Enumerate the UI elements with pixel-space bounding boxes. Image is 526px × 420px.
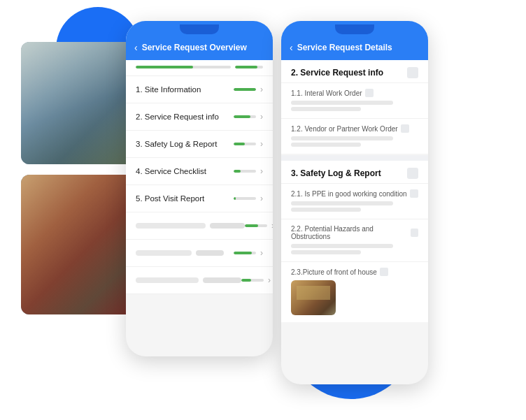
mini-progress-fill-1	[234, 88, 256, 91]
detail-item-2-3-text: 2.3.Picture of front of house	[291, 268, 377, 276]
placeholder-bar-1a	[136, 223, 206, 229]
menu-item-2-progress	[234, 115, 256, 118]
detail-section-3-title: 3. Safety Log & Report	[291, 168, 418, 179]
menu-item-1[interactable]: 1. Site Information ›	[126, 76, 273, 103]
detail-section-3: 3. Safety Log & Report 2.1. Is PPE in go…	[281, 161, 428, 322]
placeholder-bar-3b	[203, 277, 241, 283]
top-mini-progress-fill	[235, 66, 257, 68]
phones-container: ‹ Service Request Overview 1. Site Infor…	[126, 21, 428, 384]
mini-progress-fill-p3	[241, 279, 251, 282]
menu-list: 1. Site Information › 2. Service Request…	[126, 76, 273, 294]
detail-item-1-2-label: 1.2. Vendor or Partner Work Order	[291, 124, 418, 133]
mini-progress-fill-p1	[245, 224, 258, 227]
mini-progress-fill-5	[234, 197, 236, 200]
detail-item-2-2-bar-sm	[291, 250, 361, 254]
detail-item-2-3-badge	[380, 268, 388, 276]
menu-item-1-progress	[234, 88, 256, 91]
placeholder-progress-3	[241, 279, 264, 282]
menu-item-5-progress	[234, 197, 256, 200]
back-icon-right[interactable]: ‹	[290, 42, 293, 53]
detail-item-1-1[interactable]: 1.1. Interal Work Order	[281, 82, 428, 118]
detail-item-1-1-bar	[291, 101, 393, 105]
mini-progress-4	[234, 170, 256, 173]
chevron-3: ›	[260, 139, 263, 149]
mini-progress-fill-p2	[234, 252, 252, 254]
placeholder-bar-3a	[136, 277, 199, 283]
mini-progress-5	[234, 197, 256, 200]
mini-progress-fill-2	[234, 115, 250, 118]
detail-item-1-1-badge	[365, 89, 374, 97]
chevron-p3: ›	[268, 275, 271, 285]
chevron-1: ›	[260, 85, 263, 94]
chevron-p1: ›	[271, 221, 273, 231]
detail-item-1-1-bar-sm	[291, 107, 361, 111]
placeholder-item-2: ›	[126, 240, 273, 267]
house-image	[291, 280, 336, 315]
detail-item-1-1-label: 1.1. Interal Work Order	[291, 89, 418, 97]
detail-item-2-1-bar-sm	[291, 208, 361, 212]
phone-title-right: Service Request Details	[297, 43, 420, 52]
detail-item-1-2-bar-sm	[291, 143, 361, 147]
chevron-5: ›	[260, 194, 263, 203]
detail-item-2-1-text: 2.1. Is PPE in good working condition	[291, 190, 407, 198]
top-progress-fill	[136, 66, 193, 68]
detail-item-1-2-bar	[291, 136, 393, 140]
detail-item-2-1-bar	[291, 201, 393, 205]
menu-item-2[interactable]: 2. Service Request info ›	[126, 103, 273, 131]
menu-item-2-label: 2. Service Request info	[136, 113, 234, 121]
menu-item-3[interactable]: 3. Safety Log & Report ›	[126, 131, 273, 158]
mini-progress-2	[234, 115, 256, 118]
detail-section-2-title-text: 2. Service Request info	[291, 68, 383, 78]
detail-section-2-title: 2. Service Request info	[291, 67, 418, 78]
detail-item-1-1-text: 1.1. Interal Work Order	[291, 89, 362, 97]
phone-notch-right	[335, 24, 374, 34]
placeholder-item-3: ›	[126, 267, 273, 294]
detail-item-2-2-label: 2.2. Potential Hazards and Obstructions	[291, 225, 418, 240]
detail-section-2-badge	[407, 67, 418, 78]
mini-progress-fill-4	[234, 170, 241, 173]
detail-item-1-2[interactable]: 1.2. Vendor or Partner Work Order	[281, 118, 428, 154]
top-progress-track	[136, 66, 231, 68]
top-mini-progress	[235, 66, 263, 68]
detail-item-1-2-badge	[401, 124, 409, 133]
mini-progress-p3	[241, 279, 264, 282]
phone-header-right: ‹ Service Request Details	[281, 36, 428, 60]
placeholder-bar-2a	[136, 250, 192, 256]
mini-progress-p2	[234, 252, 256, 254]
detail-item-2-2-badge	[411, 229, 418, 237]
detail-section-2-header: 2. Service Request info	[281, 60, 428, 82]
phone-notch-left	[180, 24, 219, 34]
mini-progress-1	[234, 88, 256, 91]
detail-section-3-title-text: 3. Safety Log & Report	[291, 168, 381, 178]
placeholder-progress-1	[245, 224, 267, 227]
menu-item-3-label: 3. Safety Log & Report	[136, 140, 234, 148]
detail-item-2-1[interactable]: 2.1. Is PPE in good working condition	[281, 183, 428, 219]
phone-top-bar-right	[281, 21, 428, 36]
mini-progress-3	[234, 143, 256, 145]
menu-item-4[interactable]: 4. Service Checklist ›	[126, 158, 273, 185]
back-icon-left[interactable]: ‹	[134, 42, 138, 53]
menu-item-5[interactable]: 5. Post Visit Report ›	[126, 185, 273, 212]
menu-item-1-label: 1. Site Information	[136, 85, 234, 94]
chevron-p2: ›	[260, 248, 263, 258]
mini-progress-p1	[245, 224, 267, 227]
mini-progress-fill-3	[234, 143, 245, 145]
chevron-4: ›	[260, 166, 263, 176]
detail-item-2-2[interactable]: 2.2. Potential Hazards and Obstructions	[281, 219, 428, 261]
chevron-2: ›	[260, 112, 263, 122]
section-divider	[281, 155, 428, 161]
menu-item-4-label: 4. Service Checklist	[136, 167, 234, 175]
placeholder-bar-2b	[196, 250, 224, 256]
phone-title-left: Service Request Overview	[142, 43, 264, 52]
top-progress-area	[126, 60, 273, 76]
detail-section-3-badge	[407, 168, 418, 179]
menu-item-5-label: 5. Post Visit Report	[136, 194, 234, 203]
detail-item-2-3[interactable]: 2.3.Picture of front of house	[281, 261, 428, 322]
detail-item-2-1-label: 2.1. Is PPE in good working condition	[291, 189, 418, 198]
menu-item-3-progress	[234, 143, 256, 145]
detail-item-2-2-bar	[291, 244, 393, 248]
detail-item-2-1-badge	[410, 189, 418, 198]
detail-item-2-2-text: 2.2. Potential Hazards and Obstructions	[291, 225, 408, 240]
phone-right: ‹ Service Request Details 2. Service Req…	[281, 21, 428, 384]
placeholder-item-1: ›	[126, 212, 273, 240]
